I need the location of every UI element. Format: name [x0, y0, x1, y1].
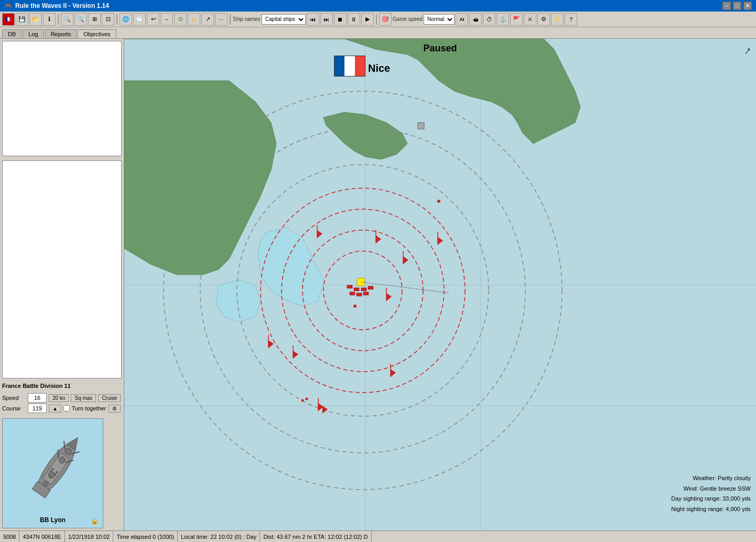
course-up-button[interactable]: ▲	[49, 405, 61, 413]
more-button[interactable]: ···	[215, 13, 228, 26]
day-sighting-text: Day sighting range: 33,000 yds	[671, 494, 751, 504]
flag2-button[interactable]: 🚩	[510, 13, 523, 26]
zoom-reset-button[interactable]: ⊡	[102, 13, 114, 26]
svg-point-36	[353, 305, 357, 308]
radar-button[interactable]: 🎯	[379, 13, 392, 26]
status-cell-3: 1/22/1918 10:02	[65, 531, 114, 542]
settings-button[interactable]: ⚙	[537, 13, 550, 26]
close-button[interactable]: ✕	[743, 2, 752, 10]
title-bar: 🎮 Rule the Waves II - Version 1.14 ─ □ ✕	[0, 0, 756, 12]
zoom-out-button[interactable]: 🔍	[74, 13, 87, 26]
svg-point-61	[301, 399, 304, 402]
unit-info-panel: France Battle Division 11	[0, 381, 124, 391]
status-cell-1: 5008	[0, 531, 19, 542]
sq-max-button[interactable]: Sq max	[71, 394, 96, 402]
tab-objectives[interactable]: Objectives	[78, 29, 116, 38]
flag-button[interactable]: 🇫🇷	[2, 13, 15, 26]
weather-text: Weather: Partly cloudy	[671, 473, 751, 484]
svg-rect-40	[361, 288, 366, 291]
speed-knots-button[interactable]: 20 kn	[49, 394, 69, 402]
speed-row: Speed 20 kn Sq max Cruise	[2, 393, 122, 403]
circle-button[interactable]: ⊙	[174, 13, 187, 26]
division-name: France Battle Division 11	[2, 383, 71, 389]
cruise-button[interactable]: Cruise	[98, 394, 121, 402]
nav2-button[interactable]: ⏭	[320, 13, 333, 26]
nav3-button[interactable]: ⏹	[334, 13, 347, 26]
arrow-button[interactable]: ↗	[201, 13, 214, 26]
game-speed-section: Game speed Normal	[393, 14, 455, 25]
minimize-button[interactable]: ─	[722, 2, 731, 10]
info-button[interactable]: ℹ	[43, 13, 56, 26]
zoom-in-button[interactable]: 🔍	[61, 13, 73, 26]
lightning-button[interactable]: ⚡	[551, 13, 564, 26]
controls-panel: Speed 20 kn Sq max Cruise Course ▲ Turn …	[0, 391, 124, 416]
sep4	[376, 14, 377, 25]
status-cell-4: Time elapsed 0 (1000)	[113, 531, 178, 542]
target-button[interactable]: ◎	[188, 13, 200, 26]
map-svg	[124, 39, 756, 530]
paused-text: Paused	[423, 43, 457, 54]
svg-point-35	[437, 200, 440, 203]
map-area[interactable]: Paused Nice ↑ Weather: Partly cloudy Win…	[124, 39, 756, 530]
nav4-button[interactable]: ⏸	[348, 13, 360, 26]
course-row: Course ▲ Turn together ⚙	[2, 404, 122, 413]
sep2	[116, 14, 117, 25]
ship-name-label: BB Lyon	[3, 516, 103, 524]
wind-text: Wind: Gentle breeze SSW	[671, 484, 751, 494]
status-cell-6: Dist: 43.67 nm 2 hr ETA: 12:02 (12:02) D	[260, 531, 371, 542]
svg-rect-43	[357, 293, 362, 296]
speed-label: Speed	[2, 395, 26, 401]
svg-rect-42	[350, 292, 355, 295]
city-name-label: Nice	[368, 62, 390, 74]
ship-names-section: Ship names Capital ships	[233, 14, 306, 25]
nav-tabs: DB Log Reports Objectives	[0, 27, 756, 39]
anchor-button[interactable]: ⚓	[496, 13, 509, 26]
clock-button[interactable]: 🕐	[133, 13, 146, 26]
toolbar: 🇫🇷 💾 📂 ℹ 🔍 🔍 ⊞ ⊡ 🌐 🕐 ↩ − ⊙ ◎ ↗ ··· Ship …	[0, 12, 756, 27]
flag-red	[355, 56, 365, 76]
svg-rect-41	[368, 286, 373, 289]
help-button[interactable]: ?	[565, 13, 577, 26]
nav1-button[interactable]: ⏮	[307, 13, 319, 26]
france-flag	[334, 56, 365, 77]
unit-list[interactable]	[2, 41, 122, 156]
turn-together-label: Turn together	[72, 405, 106, 411]
zoom-fit-button[interactable]: ⊞	[88, 13, 101, 26]
lock-icon: 🔒	[91, 517, 99, 525]
ship-names-select[interactable]: Capital ships	[262, 14, 306, 25]
course-input[interactable]	[28, 404, 47, 413]
app-title: Rule the Waves II - Version 1.14	[15, 2, 109, 9]
nav5-button[interactable]: ▶	[361, 13, 374, 26]
save-button[interactable]: 💾	[16, 13, 28, 26]
design-button[interactable]: 🛳	[469, 13, 482, 26]
unit-detail	[2, 160, 122, 378]
ai-button[interactable]: AI	[456, 13, 468, 26]
speed-input[interactable]	[28, 393, 47, 403]
svg-rect-37	[357, 278, 364, 286]
ship-image-panel: BB Lyon 🔒	[2, 418, 103, 528]
globe-button[interactable]: 🌐	[120, 13, 132, 26]
gear-button[interactable]: ⚙	[109, 405, 121, 413]
battle-button[interactable]: ⚔	[524, 13, 536, 26]
status-cell-5: Local time: 22 10:02 (0) : Day	[178, 531, 260, 542]
game-speed-label: Game speed	[393, 16, 423, 22]
load-button[interactable]: 📂	[29, 13, 42, 26]
svg-rect-38	[347, 285, 352, 288]
minus-button[interactable]: −	[160, 13, 173, 26]
svg-rect-39	[354, 288, 359, 291]
title-bar-controls[interactable]: ─ □ ✕	[722, 2, 752, 10]
turn-together-checkbox[interactable]	[63, 405, 70, 411]
svg-rect-67	[418, 123, 424, 129]
maximize-button[interactable]: □	[733, 2, 741, 10]
title-bar-left: 🎮 Rule the Waves II - Version 1.14	[4, 2, 109, 9]
svg-point-62	[306, 398, 308, 400]
tab-db[interactable]: DB	[2, 29, 21, 38]
history-button[interactable]: ↩	[147, 13, 159, 26]
ship-drawing	[8, 420, 103, 517]
flag-white	[344, 56, 354, 76]
time-button[interactable]: ⏱	[483, 13, 495, 26]
game-speed-select[interactable]: Normal	[424, 14, 455, 25]
tab-reports[interactable]: Reports	[45, 29, 77, 38]
ship-names-label: Ship names	[233, 16, 261, 22]
tab-log[interactable]: Log	[23, 29, 44, 38]
